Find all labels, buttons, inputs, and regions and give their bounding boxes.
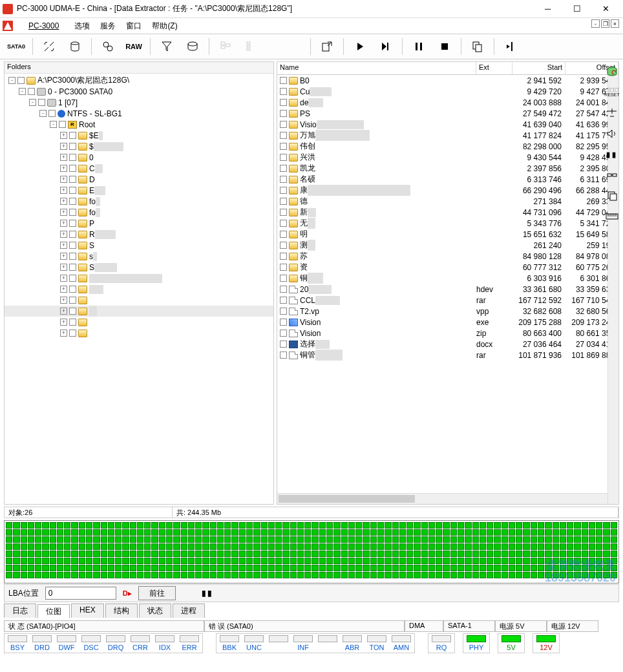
list-item[interactable]: B0 2 941 5922 939 544 [277,75,618,86]
checkbox[interactable] [69,297,76,304]
tree-row[interactable]: +0 [5,152,273,163]
checkbox[interactable] [280,209,287,216]
checkbox[interactable] [280,132,287,139]
menu-pc3000[interactable]: PC-3000 [18,20,69,32]
list-item[interactable]: CCL 324.rarrar167 712 592167 710 544 [277,295,618,306]
tree-row[interactable]: +S [5,240,273,251]
exit-button[interactable] [498,36,523,57]
tree-row[interactable]: +$E d [5,130,273,141]
checkbox[interactable] [69,132,76,139]
list-item[interactable]: 选择 .ocxdocx27 036 46427 034 416 [277,339,618,350]
list-item[interactable]: 伟创 82 298 00082 295 952 [277,141,618,152]
checkbox[interactable] [69,209,76,216]
checkbox[interactable] [280,297,287,304]
checkbox[interactable] [280,143,287,150]
expand-toggle[interactable]: + [60,132,67,139]
checkbox[interactable] [69,253,76,260]
tab-结构[interactable]: 结构 [105,604,138,618]
expand-toggle[interactable]: + [60,165,67,172]
maximize-button[interactable]: ☐ [562,0,591,18]
menu-options[interactable]: 选项 [69,19,95,33]
sata-port-button[interactable]: SATA0 [4,36,28,57]
h-scrollbar[interactable] [277,493,618,504]
checkbox[interactable] [280,176,287,183]
list-item[interactable]: 凯龙 2 397 8562 395 808 [277,163,618,174]
tree-row[interactable]: -NTFS - SL-BG1 [5,108,273,119]
checkbox[interactable] [69,264,76,271]
tools-button[interactable] [37,36,61,57]
expand-toggle[interactable]: + [60,242,67,249]
checkbox[interactable] [280,253,287,260]
stop-button[interactable] [432,36,457,57]
tree-row[interactable]: + 码 [5,306,273,317]
expand-toggle[interactable]: + [60,275,67,282]
measure-icon[interactable] [605,106,619,120]
tree-row[interactable]: + n UI [5,284,273,295]
checkbox[interactable] [69,220,76,227]
checkbox[interactable] [48,110,56,117]
checkbox[interactable] [69,308,76,315]
mdi-restore[interactable]: ❐ [601,19,609,28]
tree-row[interactable]: +D [5,174,273,185]
tab-日志[interactable]: 日志 [4,604,36,618]
checkbox[interactable] [17,77,25,84]
expand-toggle[interactable]: - [50,121,57,128]
checkbox[interactable] [69,275,76,282]
copy-button[interactable] [465,36,490,57]
minimize-button[interactable]: ─ [533,0,562,18]
list-item[interactable]: 兴洪 9 430 5449 428 496 [277,152,618,163]
checkbox[interactable] [69,242,76,249]
link-icon[interactable] [605,168,619,182]
tree-row[interactable]: +P [5,218,273,229]
checkbox[interactable] [69,154,76,161]
export-button[interactable] [315,36,339,57]
tree-row[interactable]: + [5,317,273,328]
lba-input[interactable] [45,587,116,600]
expand-toggle[interactable]: - [29,99,36,106]
col-name[interactable]: Name [277,62,476,74]
play-button[interactable] [348,36,372,57]
checkbox[interactable] [69,176,76,183]
tree-row[interactable]: +fo 0 [5,196,273,207]
checkbox[interactable] [280,154,287,161]
expand-toggle[interactable]: + [60,297,67,304]
expand-toggle[interactable]: + [60,198,67,205]
close-button[interactable]: ✕ [591,0,620,18]
list-item[interactable]: PS 27 549 47227 547 424 [277,108,618,119]
checkbox[interactable] [280,330,287,337]
tree-row[interactable]: -0 - PC3000 SATA0 [5,86,273,97]
expand-toggle[interactable]: + [60,176,67,183]
list-item[interactable]: 20 2.hdevhdev33 361 68033 359 632 [277,284,618,295]
step-button[interactable] [374,36,398,57]
raw-button[interactable]: RAW [121,36,146,57]
checkbox[interactable] [280,264,287,271]
pause-icon[interactable]: ▮▮ [202,589,213,598]
lba-go-button[interactable]: 前往 [138,586,176,600]
list-item[interactable]: 明 15 651 63215 649 584 [277,229,618,240]
checkbox[interactable] [280,99,287,106]
checkbox[interactable] [28,88,35,95]
checkbox[interactable] [280,286,287,293]
checkbox[interactable] [280,220,287,227]
checkbox[interactable] [280,308,287,315]
tree-row[interactable]: +s y [5,251,273,262]
menu-window[interactable]: 窗口 [121,19,147,33]
tree-row[interactable]: -A:\PC3000\索尼固态128G\ [5,75,273,86]
list-item[interactable]: 名硕 6 313 7466 311 698 [277,174,618,185]
filter-button[interactable] [154,36,179,57]
col-start[interactable]: Start [512,62,565,74]
tree-row[interactable]: -RRoot [5,119,273,130]
expand-toggle[interactable]: + [60,286,67,293]
checkbox[interactable] [280,341,287,348]
checkbox[interactable] [280,88,287,95]
checkbox[interactable] [280,110,287,117]
tab-进程[interactable]: 进程 [173,604,205,618]
list-item[interactable]: 德 271 384269 336 [277,196,618,207]
sound-icon[interactable] [605,127,619,141]
list-item[interactable]: de ning24 003 88824 001 840 [277,97,618,108]
expand-toggle[interactable]: + [60,308,67,315]
file-list[interactable]: B0 2 941 5922 939 544Cu 703249 429 7209 … [277,75,618,493]
checkbox[interactable] [69,286,76,293]
tree-row[interactable]: -1 [07] [5,97,273,108]
list-item[interactable]: Cu 703249 429 7209 427 672 [277,86,618,97]
